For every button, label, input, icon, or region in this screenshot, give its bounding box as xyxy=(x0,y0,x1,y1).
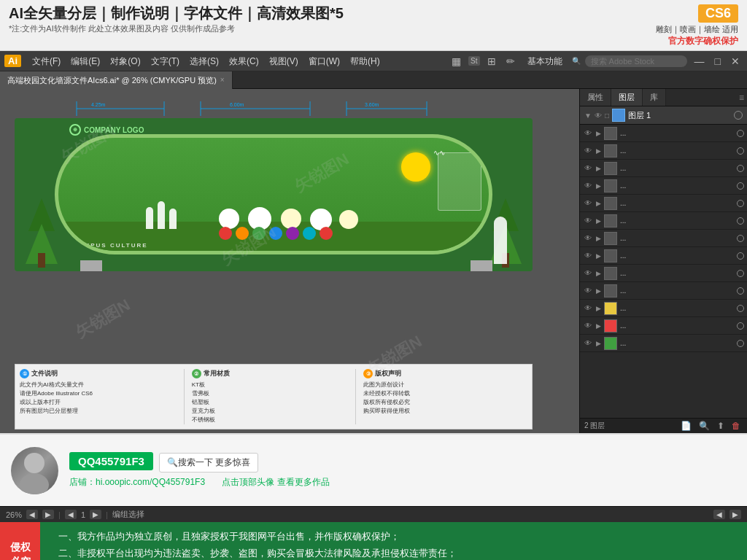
layer-target-circle[interactable] xyxy=(737,165,744,172)
layer-row[interactable]: 👁 ▶ ... xyxy=(580,335,747,352)
layer-row[interactable]: 👁 ▶ ... xyxy=(580,247,747,265)
layer-expand-icon[interactable]: ▶ xyxy=(596,165,601,172)
layer-target-circle[interactable] xyxy=(737,322,744,330)
layer-expand-icon[interactable]: ▶ xyxy=(596,235,601,242)
menu-text[interactable]: 文字(T) xyxy=(146,51,185,71)
zoom-out-button[interactable]: ◀ xyxy=(26,510,38,519)
info-panel-2-title: ② 常用材质 xyxy=(192,369,350,378)
layer-expand-icon[interactable]: ▶ xyxy=(596,182,601,190)
layer-target-circle[interactable] xyxy=(737,305,744,312)
layer-expand-icon[interactable]: ▶ xyxy=(596,287,601,295)
layer-target-circle[interactable] xyxy=(737,130,744,137)
layer-visibility-icon[interactable]: 👁 xyxy=(583,251,593,261)
tab-bar: 高端校园文化墙源文件AIcs6.ai* @ 26% (CMYK/GPU 预览) … xyxy=(0,71,747,89)
layer-visibility-icon[interactable]: 👁 xyxy=(583,303,593,314)
layer-visibility-icon[interactable]: 👁 xyxy=(583,181,593,191)
layer-row[interactable]: 👁 ▶ ... xyxy=(580,177,747,195)
layer-expand-icon[interactable]: ▶ xyxy=(596,322,601,330)
layer-target-circle[interactable] xyxy=(737,287,744,295)
canvas-area[interactable]: 矢锐图N 矢锐图N 矢锐图N 矢锐图N 矢锐图N 4.25m 6.00m 3.6… xyxy=(0,89,579,433)
layer-row[interactable]: 👁 ▶ ... xyxy=(580,265,747,282)
restore-icon[interactable]: □ xyxy=(712,55,724,67)
layer-target-circle[interactable] xyxy=(737,217,744,225)
layer-lock-icon[interactable]: □ xyxy=(605,112,609,120)
workspace-label[interactable]: 基本功能 xyxy=(522,51,568,71)
layer-item-name: ... xyxy=(620,287,734,295)
layer-expand-icon[interactable]: ▶ xyxy=(596,130,601,137)
panel-header-right: ≡ xyxy=(666,89,747,106)
layer-target-circle[interactable] xyxy=(737,200,744,207)
layer-row[interactable]: 👁 ▶ ... xyxy=(580,212,747,230)
menu-select[interactable]: 选择(S) xyxy=(185,51,224,71)
layers-tab[interactable]: 图层 xyxy=(611,89,643,106)
library-tab[interactable]: 库 xyxy=(643,89,666,106)
layer-target-circle[interactable] xyxy=(737,235,744,242)
document-tab[interactable]: 高端校园文化墙源文件AIcs6.ai* @ 26% (CMYK/GPU 预览) … xyxy=(0,71,233,89)
person-silhouette-1 xyxy=(146,207,153,229)
menu-object[interactable]: 对象(O) xyxy=(105,51,145,71)
layer-visibility-icon[interactable]: 👁 xyxy=(583,321,593,331)
search-input[interactable] xyxy=(585,55,687,67)
layer-row[interactable]: 👁 ▶ ... xyxy=(580,300,747,317)
layer-expand-icon[interactable]: ▶ xyxy=(596,147,601,155)
layer-visibility-icon[interactable]: 👁 xyxy=(583,268,593,279)
menu-bar: Ai 文件(F) 编辑(E) 对象(O) 文字(T) 选择(S) 效果(C) 视… xyxy=(0,51,747,71)
layer-target-circle[interactable] xyxy=(737,147,744,155)
close-icon[interactable]: ✕ xyxy=(728,55,743,67)
layer-eye-main[interactable]: 👁 xyxy=(595,112,602,120)
layer-target-circle[interactable] xyxy=(737,270,744,277)
layout-icon[interactable]: ⊞ xyxy=(484,55,499,67)
info-panels-container: ① 文件说明 此文件为AI格式矢量文件请使用Adobe Illustrator … xyxy=(15,364,533,429)
layer-row[interactable]: 👁 ▶ ... xyxy=(580,230,747,247)
layer-row[interactable]: 👁 ▶ ... xyxy=(580,195,747,212)
layer-visibility-icon[interactable]: 👁 xyxy=(583,338,593,349)
new-sublayer-button[interactable]: 🔍 xyxy=(697,421,712,431)
zoom-in-button[interactable]: ▶ xyxy=(42,510,54,519)
properties-tab[interactable]: 属性 xyxy=(580,89,611,106)
tab-close-button[interactable]: × xyxy=(220,71,225,89)
layer-target-circle[interactable] xyxy=(737,182,744,190)
layer-row[interactable]: 👁 ▶ ... xyxy=(580,282,747,300)
layer-row[interactable]: 👁 ▶ ... xyxy=(580,125,747,142)
menu-edit[interactable]: 编辑(E) xyxy=(66,51,105,71)
layer-visibility-icon[interactable]: 👁 xyxy=(583,163,593,174)
minimize-icon[interactable]: — xyxy=(692,55,708,67)
menu-help[interactable]: 帮助(H) xyxy=(345,51,385,71)
menu-view[interactable]: 视图(V) xyxy=(264,51,303,71)
layer-expand-icon[interactable]: ▶ xyxy=(596,200,601,207)
layer-expand-icon[interactable]: ▶ xyxy=(596,340,601,347)
copyright-badge: 侵权 必究 xyxy=(0,522,40,560)
layer-visibility-icon[interactable]: 👁 xyxy=(583,286,593,296)
search-more-button[interactable]: 🔍搜索一下 更多惊喜 xyxy=(159,453,258,472)
pen-icon[interactable]: ✏ xyxy=(503,55,518,67)
scroll-right-button[interactable]: ▶ xyxy=(729,510,741,519)
scroll-left-button[interactable]: ◀ xyxy=(713,510,725,519)
layer-visibility-icon[interactable]: 👁 xyxy=(583,146,593,156)
menu-window[interactable]: 窗口(W) xyxy=(303,51,345,71)
layer-visibility-icon[interactable]: 👁 xyxy=(583,198,593,209)
layer-row[interactable]: 👁 ▶ ... xyxy=(580,142,747,160)
layer-expand-icon[interactable]: ▶ xyxy=(596,305,601,312)
grid-icon[interactable]: ▦ xyxy=(449,55,464,67)
layer-row[interactable]: 👁 ▶ ... xyxy=(580,317,747,335)
layer-visibility-icon[interactable]: 👁 xyxy=(583,128,593,139)
page-next-button[interactable]: ▶ xyxy=(90,510,101,519)
new-layer-button[interactable]: 📄 xyxy=(678,421,694,431)
move-to-layer-button[interactable]: ⬆ xyxy=(715,421,727,431)
layer-target-circle[interactable] xyxy=(737,340,744,347)
page-prev-button[interactable]: ◀ xyxy=(65,510,77,519)
layer-expand-icon[interactable]: ▶ xyxy=(596,270,601,277)
delete-layer-button[interactable]: 🗑 xyxy=(729,421,743,431)
menu-file[interactable]: 文件(F) xyxy=(27,51,66,71)
layer-row[interactable]: 👁 ▶ ... xyxy=(580,160,747,177)
menu-effect[interactable]: 效果(C) xyxy=(224,51,264,71)
layer-expand-icon[interactable]: ▶ xyxy=(596,217,601,225)
layer-visibility-icon[interactable]: 👁 xyxy=(583,233,593,244)
layer-expand-icon[interactable]: ▶ xyxy=(596,252,601,260)
panel-menu-icon[interactable]: ≡ xyxy=(739,93,744,103)
layer-visibility-icon[interactable]: 👁 xyxy=(583,216,593,226)
layer-target-circle[interactable] xyxy=(737,252,744,260)
layers-collapse-icon[interactable]: ▼ xyxy=(584,112,592,120)
st-icon[interactable]: St xyxy=(468,56,479,66)
store-label: 店铺：hi.ooopic.com/QQ455791F3 xyxy=(69,477,205,487)
